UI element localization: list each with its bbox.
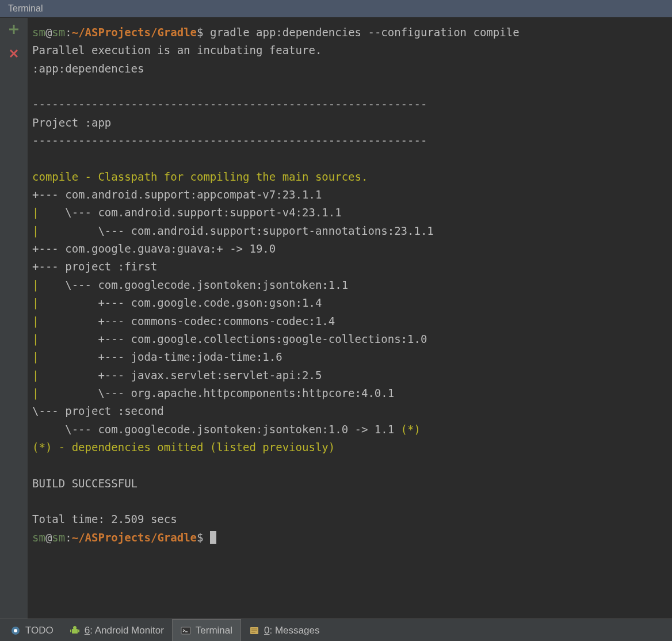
close-session-icon[interactable] [7,47,21,60]
new-session-icon[interactable] [7,22,21,36]
prompt-host: sm [52,531,65,544]
panel-header: Terminal [0,0,672,18]
prompt-colon: : [65,531,71,544]
tab-label: Terminal [196,625,232,636]
project-line: Project :app [32,116,111,129]
tab-todo[interactable]: TODO [2,619,62,641]
prompt-at: @ [45,26,52,39]
bottom-toolbar: TODO 6: Android Monitor Terminal 0: Mess… [0,619,672,641]
prompt-host: sm [52,26,65,39]
compile-desc: compile - Classpath for compiling the ma… [32,170,368,183]
svg-rect-4 [70,629,71,632]
svg-rect-6 [181,627,190,634]
divider: ----------------------------------------… [32,98,427,110]
tab-number: 0: Messages [264,625,319,636]
android-icon [70,625,80,636]
svg-point-1 [14,629,17,632]
main-area: sm@sm:~/ASProjects/Gradle$ gradle app:de… [0,18,672,619]
divider: ----------------------------------------… [32,134,427,147]
terminal-output[interactable]: sm@sm:~/ASProjects/Gradle$ gradle app:de… [28,18,672,619]
svg-rect-2 [72,629,78,634]
prompt-dollar: $ [197,531,203,544]
tab-android-monitor[interactable]: 6: Android Monitor [62,619,172,641]
svg-rect-5 [78,629,79,632]
prompt-dollar: $ [197,26,203,39]
terminal-icon [181,625,191,636]
tab-number: 6: Android Monitor [85,625,164,636]
panel-title: Terminal [8,3,43,13]
todo-icon [10,625,21,636]
prompt-at: @ [45,531,52,544]
prompt-path: ~/ASProjects/Gradle [72,26,197,39]
prompt-colon: : [65,26,71,39]
build-status: BUILD SUCCESSFUL [32,477,138,490]
tab-label: TODO [25,625,54,636]
prompt-path: ~/ASProjects/Gradle [72,531,197,544]
dependency-tree: +--- com.android.support:appcompat-v7:23… [32,188,434,435]
command-text: gradle app:dependencies --configuration … [210,26,520,39]
svg-point-3 [73,626,77,629]
prompt-user: sm [32,531,45,544]
tab-terminal[interactable]: Terminal [172,619,241,641]
output-line: Parallel execution is an incubating feat… [32,44,322,56]
omitted-note: (*) - dependencies omitted (listed previ… [32,441,335,453]
total-time: Total time: 2.509 secs [32,513,177,525]
cursor [210,531,216,544]
tab-messages[interactable]: 0: Messages [241,619,327,641]
output-line: :app:dependencies [32,62,144,75]
terminal-sidebar [0,18,28,619]
messages-icon [249,625,259,636]
prompt-user: sm [32,26,45,39]
